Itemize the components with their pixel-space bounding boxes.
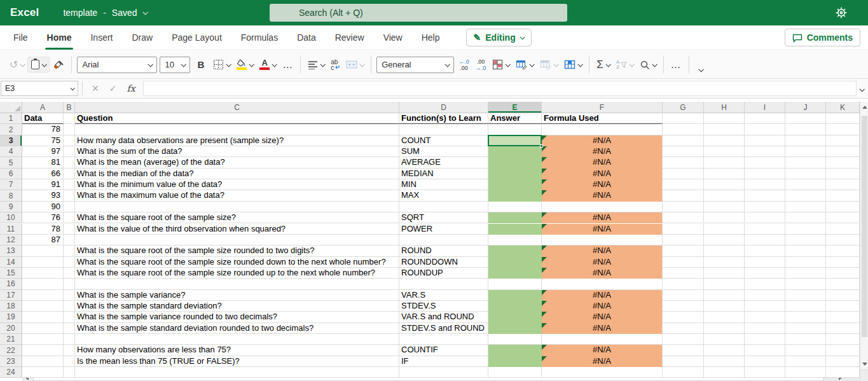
cell-G5[interactable] bbox=[663, 157, 704, 168]
cell-F13[interactable]: #N/A bbox=[542, 246, 663, 256]
row-header-3[interactable]: 3 bbox=[0, 135, 22, 146]
autosum-button[interactable]: Σ bbox=[593, 57, 613, 73]
cell-B15[interactable] bbox=[64, 268, 75, 279]
cell-K18[interactable] bbox=[826, 301, 860, 312]
format-painter-button[interactable] bbox=[50, 57, 67, 73]
cell-E2[interactable] bbox=[488, 124, 542, 135]
row-header-9[interactable]: 9 bbox=[0, 202, 22, 212]
cell-F7[interactable]: #N/A bbox=[542, 179, 663, 190]
cell-E5[interactable] bbox=[488, 157, 542, 168]
cell-K23[interactable] bbox=[826, 356, 860, 367]
cell-C8[interactable]: What is the maximum value of the data? bbox=[75, 190, 399, 201]
cell-A16[interactable] bbox=[22, 279, 64, 289]
cell-G13[interactable] bbox=[663, 246, 704, 256]
cell-J19[interactable] bbox=[785, 312, 826, 322]
settings-button[interactable] bbox=[835, 6, 848, 19]
cell-E20[interactable] bbox=[488, 323, 542, 334]
cell-B11[interactable] bbox=[64, 224, 75, 235]
cell-B4[interactable] bbox=[64, 146, 75, 157]
cell-J1[interactable] bbox=[785, 113, 826, 124]
cell-F10[interactable]: #N/A bbox=[542, 212, 663, 223]
row-header-24[interactable]: 24 bbox=[0, 367, 22, 378]
row-header-8[interactable]: 8 bbox=[0, 190, 22, 201]
cancel-entry-button[interactable]: ✕ bbox=[86, 82, 104, 95]
tab-file[interactable]: File bbox=[4, 25, 38, 50]
cell-G11[interactable] bbox=[663, 224, 704, 235]
cell-E18[interactable] bbox=[488, 301, 542, 312]
excel-logo[interactable]: Excel bbox=[10, 6, 39, 19]
column-header-J[interactable]: J bbox=[785, 102, 826, 113]
cell-H18[interactable] bbox=[704, 301, 745, 312]
cell-H15[interactable] bbox=[704, 268, 745, 279]
cell-I24[interactable] bbox=[745, 367, 785, 378]
cell-K19[interactable] bbox=[826, 312, 860, 322]
cell-I15[interactable] bbox=[745, 268, 785, 279]
cell-B13[interactable] bbox=[64, 246, 75, 256]
cell-F12[interactable] bbox=[542, 235, 663, 246]
cell-E16[interactable] bbox=[488, 279, 542, 289]
cell-G15[interactable] bbox=[663, 268, 704, 279]
cell-C11[interactable]: What is the value of the third observati… bbox=[75, 224, 399, 235]
cell-A2[interactable]: 78 bbox=[22, 124, 64, 135]
cell-I3[interactable] bbox=[745, 135, 785, 146]
cell-C15[interactable]: What is the square root of the sample si… bbox=[75, 268, 399, 279]
cell-K2[interactable] bbox=[826, 124, 860, 135]
cell-H9[interactable] bbox=[704, 202, 745, 212]
cell-F22[interactable]: #N/A bbox=[542, 345, 663, 356]
cell-D22[interactable]: COUNTIF bbox=[399, 345, 488, 356]
cell-A9[interactable]: 90 bbox=[22, 202, 64, 212]
row-header-22[interactable]: 22 bbox=[0, 345, 22, 356]
row-header-19[interactable]: 19 bbox=[0, 312, 22, 322]
cell-C23[interactable]: Is the mean less than 75 (TRUE or FALSE)… bbox=[75, 356, 399, 367]
cell-D11[interactable]: POWER bbox=[399, 224, 488, 235]
cell-E4[interactable] bbox=[488, 146, 542, 157]
cell-K22[interactable] bbox=[826, 345, 860, 356]
column-header-F[interactable]: F bbox=[542, 102, 663, 113]
cell-K15[interactable] bbox=[826, 268, 860, 279]
cell-E14[interactable] bbox=[488, 257, 542, 268]
cell-E15[interactable] bbox=[488, 268, 542, 279]
cell-J10[interactable] bbox=[785, 212, 826, 223]
cell-J17[interactable] bbox=[785, 290, 826, 301]
cell-E23[interactable] bbox=[488, 356, 542, 367]
cell-H10[interactable] bbox=[704, 212, 745, 223]
vertical-scroll-thumb[interactable] bbox=[862, 116, 867, 337]
cell-J14[interactable] bbox=[785, 257, 826, 268]
cell-H11[interactable] bbox=[704, 224, 745, 235]
row-header-18[interactable]: 18 bbox=[0, 301, 22, 312]
tab-formulas[interactable]: Formulas bbox=[231, 25, 287, 50]
cell-K4[interactable] bbox=[826, 146, 860, 157]
cell-B8[interactable] bbox=[64, 190, 75, 201]
cell-B18[interactable] bbox=[64, 301, 75, 312]
cell-B20[interactable] bbox=[64, 323, 75, 334]
cell-I14[interactable] bbox=[745, 257, 785, 268]
cell-D17[interactable]: VAR.S bbox=[399, 290, 488, 301]
cell-A4[interactable]: 97 bbox=[22, 146, 64, 157]
cell-K1[interactable] bbox=[826, 113, 860, 124]
cell-I6[interactable] bbox=[745, 169, 785, 179]
cell-I22[interactable] bbox=[745, 345, 785, 356]
cell-A1[interactable]: Data bbox=[22, 113, 64, 124]
cell-H8[interactable] bbox=[704, 190, 745, 201]
cell-D24[interactable] bbox=[399, 367, 488, 378]
cell-K14[interactable] bbox=[826, 257, 860, 268]
cell-G18[interactable] bbox=[663, 301, 704, 312]
cell-F15[interactable]: #N/A bbox=[542, 268, 663, 279]
row-header-15[interactable]: 15 bbox=[0, 268, 22, 279]
cell-E13[interactable] bbox=[488, 246, 542, 256]
cell-G1[interactable] bbox=[663, 113, 704, 124]
cell-I19[interactable] bbox=[745, 312, 785, 322]
cell-J8[interactable] bbox=[785, 190, 826, 201]
cell-D6[interactable]: MEDIAN bbox=[399, 169, 488, 179]
vertical-scrollbar[interactable] bbox=[860, 102, 868, 381]
cell-A10[interactable]: 76 bbox=[22, 212, 64, 223]
decrease-decimal-button[interactable]: .00 →.0 bbox=[472, 56, 490, 74]
cell-A3[interactable]: 75 bbox=[22, 135, 64, 146]
cell-G14[interactable] bbox=[663, 257, 704, 268]
cell-C22[interactable]: How many observations are less than 75? bbox=[75, 345, 399, 356]
cell-B2[interactable] bbox=[64, 124, 75, 135]
cell-H24[interactable] bbox=[704, 367, 745, 378]
cell-F1[interactable]: Formula Used bbox=[542, 113, 663, 124]
cell-J13[interactable] bbox=[785, 246, 826, 256]
cell-I5[interactable] bbox=[745, 157, 785, 168]
